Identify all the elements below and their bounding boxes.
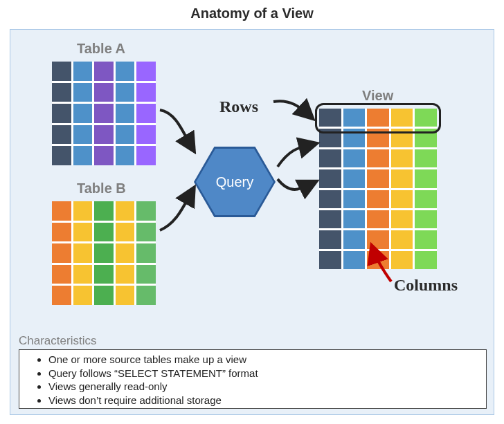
grid-cell <box>73 243 93 263</box>
grid-cell <box>136 265 156 284</box>
grid-cell <box>319 149 341 167</box>
grid-cell <box>343 190 366 208</box>
grid-cell <box>391 149 413 167</box>
grid-cell <box>116 62 135 81</box>
grid-cell <box>73 201 93 221</box>
arrow-tableb-to-query <box>156 182 204 237</box>
grid-cell <box>73 265 93 284</box>
arrow-columns-to-view <box>363 244 405 286</box>
grid-cell <box>415 169 437 187</box>
grid-cell <box>136 62 156 81</box>
grid-cell <box>116 146 135 165</box>
grid-cell <box>52 223 71 242</box>
arrow-query-to-view-1 <box>273 140 322 175</box>
grid-cell <box>52 125 71 145</box>
grid-cell <box>116 201 135 221</box>
grid-cell <box>391 210 413 228</box>
grid-cell <box>343 230 366 248</box>
characteristics-item: Views generally read-only <box>48 380 478 394</box>
grid-cell <box>136 83 156 102</box>
grid-cell <box>116 243 135 263</box>
grid-cell <box>319 251 341 269</box>
rows-highlight-frame <box>315 103 441 133</box>
table-b-label: Table B <box>77 181 126 196</box>
grid-cell <box>319 210 341 228</box>
grid-cell <box>116 265 135 284</box>
grid-cell <box>343 169 366 187</box>
grid-cell <box>116 223 135 242</box>
grid-cell <box>415 190 437 208</box>
rows-label: Rows <box>219 98 258 116</box>
grid-cell <box>116 83 135 102</box>
grid-cell <box>73 223 93 242</box>
grid-cell <box>52 62 71 81</box>
grid-cell <box>52 286 71 305</box>
arrow-rows-to-frame <box>269 96 318 124</box>
grid-cell <box>136 243 156 263</box>
grid-cell <box>52 146 71 165</box>
table-a-grid <box>52 62 156 165</box>
table-b-grid <box>52 201 156 305</box>
diagram-panel: Table A Table B View Query Rows Columns … <box>10 29 494 415</box>
grid-cell <box>367 210 389 228</box>
characteristics-item: One or more source tables make up a view <box>48 353 478 367</box>
grid-cell <box>319 190 341 208</box>
grid-cell <box>116 286 135 305</box>
characteristics-box: One or more source tables make up a view… <box>19 349 487 409</box>
arrow-query-to-view-2 <box>273 175 322 203</box>
grid-cell <box>73 62 93 81</box>
grid-cell <box>94 243 114 263</box>
grid-cell <box>73 104 93 123</box>
grid-cell <box>136 146 156 165</box>
page-title: Anatomy of a View <box>0 0 504 21</box>
grid-cell <box>116 104 135 123</box>
grid-cell <box>94 265 114 284</box>
grid-cell <box>94 201 114 221</box>
characteristics-item: Views don’t require additional storage <box>48 394 478 407</box>
grid-cell <box>94 223 114 242</box>
grid-cell <box>391 169 413 187</box>
grid-cell <box>73 146 93 165</box>
grid-cell <box>415 230 437 248</box>
grid-cell <box>94 83 114 102</box>
grid-cell <box>319 230 341 248</box>
grid-cell <box>367 149 389 167</box>
characteristics-heading: Characteristics <box>19 334 96 348</box>
grid-cell <box>73 286 93 305</box>
grid-cell <box>136 125 156 145</box>
characteristics-item: Query follows “SELECT STATEMENT” format <box>48 367 478 380</box>
grid-cell <box>415 149 437 167</box>
grid-cell <box>343 210 366 228</box>
grid-cell <box>136 286 156 305</box>
grid-cell <box>73 125 93 145</box>
grid-cell <box>94 146 114 165</box>
query-hexagon: Query <box>196 147 273 216</box>
grid-cell <box>319 169 341 187</box>
grid-cell <box>136 104 156 123</box>
grid-cell <box>94 125 114 145</box>
view-label: View <box>362 88 393 104</box>
grid-cell <box>343 251 366 269</box>
grid-cell <box>116 125 135 145</box>
grid-cell <box>52 201 71 221</box>
grid-cell <box>52 104 71 123</box>
grid-cell <box>94 286 114 305</box>
grid-cell <box>73 83 93 102</box>
grid-cell <box>415 251 437 269</box>
grid-cell <box>391 190 413 208</box>
grid-cell <box>343 149 366 167</box>
grid-cell <box>94 62 114 81</box>
grid-cell <box>415 210 437 228</box>
grid-cell <box>94 104 114 123</box>
grid-cell <box>367 190 389 208</box>
grid-cell <box>52 243 71 263</box>
grid-cell <box>52 83 71 102</box>
grid-cell <box>136 223 156 242</box>
table-a-label: Table A <box>77 41 125 57</box>
arrow-tablea-to-query <box>156 106 204 161</box>
grid-cell <box>367 169 389 187</box>
grid-cell <box>136 201 156 221</box>
grid-cell <box>52 265 71 284</box>
